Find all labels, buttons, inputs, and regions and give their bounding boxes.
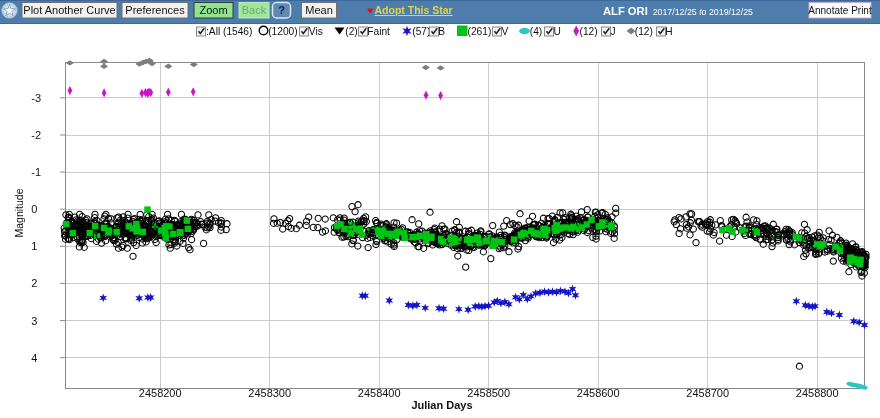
svg-text:Back: Back: [242, 4, 267, 16]
svg-text:-1: -1: [31, 166, 41, 178]
svg-text:2458700: 2458700: [686, 387, 729, 399]
svg-text:U: U: [554, 26, 561, 37]
svg-text:2: 2: [31, 277, 37, 289]
svg-text:♥: ♥: [367, 4, 373, 16]
svg-text:Annotate Print: Annotate Print: [808, 5, 872, 16]
svg-text:2458200: 2458200: [139, 387, 182, 399]
svg-text::All (1546): :All (1546): [206, 26, 252, 37]
svg-text:H: H: [665, 26, 672, 37]
svg-text:(57): (57): [412, 26, 430, 37]
svg-text:J: J: [610, 26, 615, 37]
svg-text:2458600: 2458600: [577, 387, 620, 399]
svg-text:(4): (4): [530, 26, 542, 37]
svg-text:Preferences: Preferences: [125, 4, 185, 16]
svg-text:Mean: Mean: [305, 4, 333, 16]
svg-text:Faint: Faint: [367, 26, 390, 37]
svg-text:0: 0: [31, 203, 37, 215]
svg-text:ALF ORI: ALF ORI: [603, 5, 648, 17]
svg-text:B: B: [438, 26, 445, 37]
svg-text:2017/12/25 to 2019/12/25: 2017/12/25 to 2019/12/25: [653, 7, 753, 17]
svg-text:(12): (12): [635, 26, 653, 37]
svg-text:V: V: [502, 26, 509, 37]
svg-text:Julian Days: Julian Days: [411, 399, 472, 411]
svg-text:Adopt This Star: Adopt This Star: [375, 4, 453, 16]
svg-text:-3: -3: [31, 92, 41, 104]
svg-text:?: ?: [278, 4, 285, 16]
svg-text:4: 4: [31, 352, 37, 364]
svg-text:Vis: Vis: [309, 26, 323, 37]
svg-text:-2: -2: [31, 129, 41, 141]
svg-text:2458800: 2458800: [796, 387, 839, 399]
svg-text:2458300: 2458300: [248, 387, 291, 399]
svg-text:2458400: 2458400: [358, 387, 401, 399]
svg-text:2458500: 2458500: [467, 387, 510, 399]
svg-text:Plot Another Curve: Plot Another Curve: [23, 4, 115, 16]
svg-text:(261): (261): [468, 26, 492, 37]
svg-text:(12): (12): [580, 26, 598, 37]
svg-text:(2): (2): [345, 26, 357, 37]
svg-text:3: 3: [31, 315, 37, 327]
svg-text:Zoom: Zoom: [199, 4, 227, 16]
svg-text:(1200): (1200): [268, 26, 297, 37]
svg-text:1: 1: [31, 240, 37, 252]
svg-text:Magnitude: Magnitude: [13, 188, 25, 237]
